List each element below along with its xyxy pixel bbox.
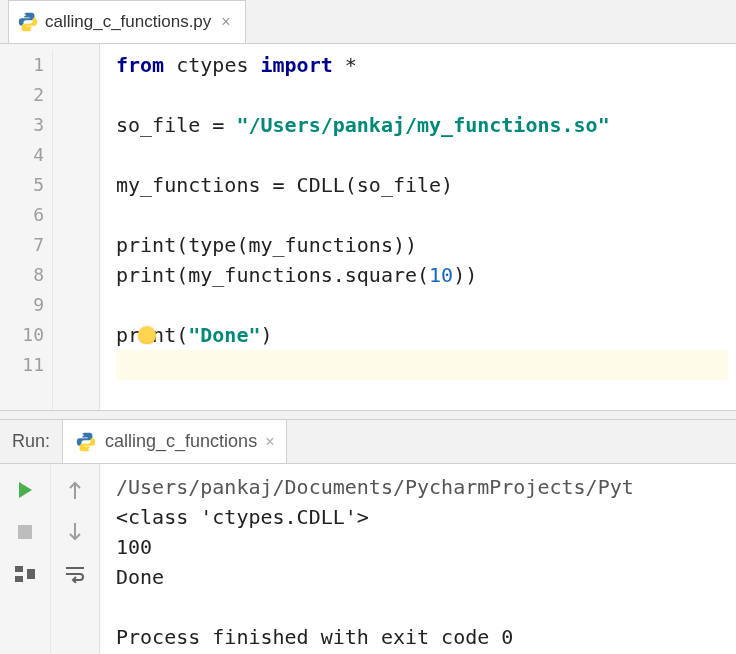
svg-point-3 bbox=[88, 447, 90, 449]
console-output[interactable]: /Users/pankaj/Documents/PycharmProjects/… bbox=[100, 464, 736, 654]
console-line: <class 'ctypes.CDLL'> bbox=[116, 502, 736, 532]
console-line: 100 bbox=[116, 532, 736, 562]
close-tab-icon[interactable]: × bbox=[217, 13, 234, 31]
line-number-column: 1234567891011 bbox=[0, 50, 52, 410]
line-number: 2 bbox=[0, 80, 52, 110]
line-number: 3 bbox=[0, 110, 52, 140]
code-content[interactable]: from ctypes import *so_file = "/Users/pa… bbox=[100, 44, 736, 410]
run-panel-header: Run: calling_c_functions × bbox=[0, 420, 736, 464]
svg-rect-4 bbox=[18, 525, 32, 539]
editor-gutter: 1234567891011 bbox=[0, 44, 100, 410]
line-number: 7 bbox=[0, 230, 52, 260]
run-panel-label: Run: bbox=[0, 420, 62, 463]
soft-wrap-icon[interactable] bbox=[59, 558, 91, 590]
line-number: 6 bbox=[0, 200, 52, 230]
code-line[interactable]: so_file = "/Users/pankaj/my_functions.so… bbox=[116, 110, 728, 140]
line-number: 11 bbox=[0, 350, 52, 380]
scroll-down-icon[interactable] bbox=[59, 516, 91, 548]
line-number: 8 bbox=[0, 260, 52, 290]
code-line[interactable]: print("Done") bbox=[116, 320, 728, 350]
code-line[interactable] bbox=[116, 290, 728, 320]
code-line[interactable] bbox=[116, 200, 728, 230]
run-config-name: calling_c_functions bbox=[105, 431, 257, 452]
run-config-tab[interactable]: calling_c_functions × bbox=[62, 420, 287, 463]
line-number: 1 bbox=[0, 50, 52, 80]
code-line[interactable]: from ctypes import * bbox=[116, 50, 728, 80]
console-line: Done bbox=[116, 562, 736, 592]
code-line[interactable]: print(my_functions.square(10)) bbox=[116, 260, 728, 290]
line-number: 10 bbox=[0, 320, 52, 350]
run-toolbar bbox=[0, 464, 100, 654]
editor-tab[interactable]: calling_c_functions.py × bbox=[8, 0, 246, 43]
python-file-icon bbox=[17, 11, 39, 33]
fold-column bbox=[52, 50, 99, 410]
line-number: 4 bbox=[0, 140, 52, 170]
console-line bbox=[116, 592, 736, 622]
code-line[interactable] bbox=[116, 140, 728, 170]
run-panel-body: /Users/pankaj/Documents/PycharmProjects/… bbox=[0, 464, 736, 654]
layout-button[interactable] bbox=[9, 558, 41, 590]
code-line[interactable] bbox=[116, 350, 728, 380]
line-number: 9 bbox=[0, 290, 52, 320]
console-line: /Users/pankaj/Documents/PycharmProjects/… bbox=[116, 472, 736, 502]
panel-splitter[interactable] bbox=[0, 410, 736, 420]
editor-tab-filename: calling_c_functions.py bbox=[45, 12, 211, 32]
console-line: Process finished with exit code 0 bbox=[116, 622, 736, 652]
svg-rect-5 bbox=[15, 566, 23, 572]
code-editor[interactable]: 1234567891011 from ctypes import *so_fil… bbox=[0, 44, 736, 410]
code-line[interactable]: print(type(my_functions)) bbox=[116, 230, 728, 260]
svg-rect-6 bbox=[15, 576, 23, 582]
scroll-up-icon[interactable] bbox=[59, 474, 91, 506]
python-run-icon bbox=[75, 431, 97, 453]
svg-point-0 bbox=[24, 14, 26, 16]
svg-rect-7 bbox=[27, 569, 35, 579]
line-number: 5 bbox=[0, 170, 52, 200]
svg-point-2 bbox=[82, 434, 84, 436]
code-line[interactable] bbox=[116, 80, 728, 110]
editor-tab-bar: calling_c_functions.py × bbox=[0, 0, 736, 44]
code-line[interactable]: my_functions = CDLL(so_file) bbox=[116, 170, 728, 200]
close-run-tab-icon[interactable]: × bbox=[265, 433, 274, 451]
svg-point-1 bbox=[30, 28, 32, 30]
stop-button[interactable] bbox=[9, 516, 41, 548]
intention-bulb-icon[interactable] bbox=[138, 326, 156, 344]
rerun-button[interactable] bbox=[9, 474, 41, 506]
